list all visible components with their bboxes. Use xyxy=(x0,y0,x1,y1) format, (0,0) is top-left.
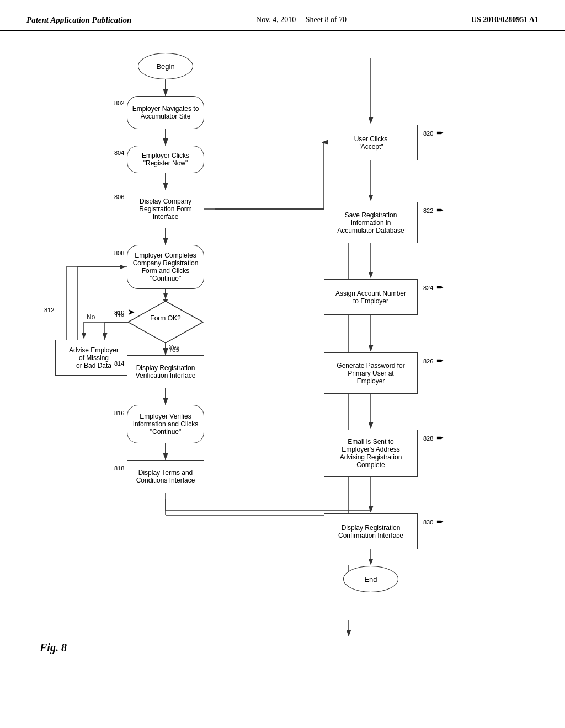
page-header: Patent Application Publication Nov. 4, 2… xyxy=(0,0,565,31)
svg-text:Form OK?: Form OK? xyxy=(150,314,181,322)
node-828: Email is Sent to Employer's Address Advi… xyxy=(324,430,418,477)
node-822-label: 822 ➨ xyxy=(423,205,444,215)
node-822: Save Registration Information in Accumul… xyxy=(324,202,418,243)
node-814-text: Display Registration Verification Interf… xyxy=(136,364,196,379)
node-820: User Clicks "Accept" xyxy=(324,125,418,160)
node-818: Display Terms and Conditions Interface xyxy=(127,460,204,493)
node-830-label: 830 ➨ xyxy=(423,516,444,527)
node-802-text: Employer Navigates to Accumulator Site xyxy=(132,105,199,120)
node-830-text: Display Registration Confirmation Interf… xyxy=(338,524,403,539)
node-812-label: 812 xyxy=(44,304,54,314)
node-810-diamond: Form OK? xyxy=(127,300,204,344)
node-820-label: 820 ➨ xyxy=(423,127,444,138)
header-date-sheet: Nov. 4, 2010 Sheet 8 of 70 xyxy=(256,15,347,24)
publication-date: Nov. 4, 2010 xyxy=(256,15,296,24)
publication-title: Patent Application Publication xyxy=(26,15,131,25)
svg-text:Yes: Yes xyxy=(169,344,180,351)
node-828-text: Email is Sent to Employer's Address Advi… xyxy=(340,438,402,469)
begin-node: Begin xyxy=(138,53,193,79)
node-806: Display Company Registration Form Interf… xyxy=(127,190,204,228)
node-812-text: Advise Employer of Missing or Bad Data xyxy=(69,346,119,370)
node-824-text: Assign Account Number to Employer xyxy=(335,290,406,305)
node-804-text: Employer Clicks "Register Now" xyxy=(142,152,189,167)
node-804: Employer Clicks "Register Now" xyxy=(127,146,204,173)
node-826-label: 826 ➨ xyxy=(423,355,444,366)
svg-text:No: No xyxy=(87,313,95,321)
begin-label: Begin xyxy=(156,62,174,71)
page-content: No Yes Begin 802 ➤ Employer Navigates to… xyxy=(0,31,565,676)
node-808-text: Employer Completes Company Registration … xyxy=(133,251,199,282)
node-814: Display Registration Verification Interf… xyxy=(127,355,204,388)
sheet-number: Sheet 8 of 70 xyxy=(306,15,347,24)
svg-text:Yes: Yes xyxy=(168,346,179,354)
node-818-text: Display Terms and Conditions Interface xyxy=(136,469,195,484)
node-808: Employer Completes Company Registration … xyxy=(127,245,204,289)
svg-marker-23 xyxy=(128,301,203,343)
node-820-text: User Clicks "Accept" xyxy=(354,135,388,151)
node-816-text: Employer Verifies Information and Clicks… xyxy=(133,413,199,436)
figure-label: Fig. 8 xyxy=(40,641,67,654)
node-828-label: 828 ➨ xyxy=(423,432,444,443)
patent-number: US 2010/0280951 A1 xyxy=(471,15,539,24)
node-816: Employer Verifies Information and Clicks… xyxy=(127,405,204,443)
end-node: End xyxy=(343,566,398,592)
node-806-text: Display Company Registration Form Interf… xyxy=(139,197,191,221)
node-824: Assign Account Number to Employer xyxy=(324,279,418,315)
node-824-label: 824 ➨ xyxy=(423,282,444,292)
end-label: End xyxy=(364,575,377,584)
flowchart: No Yes Begin 802 ➤ Employer Navigates to… xyxy=(29,47,536,654)
node-826-text: Generate Password for Primary User at Em… xyxy=(337,362,404,385)
node-830: Display Registration Confirmation Interf… xyxy=(324,513,418,549)
node-822-text: Save Registration Information in Accumul… xyxy=(337,211,404,234)
node-826: Generate Password for Primary User at Em… xyxy=(324,352,418,394)
node-802: Employer Navigates to Accumulator Site xyxy=(127,96,204,129)
